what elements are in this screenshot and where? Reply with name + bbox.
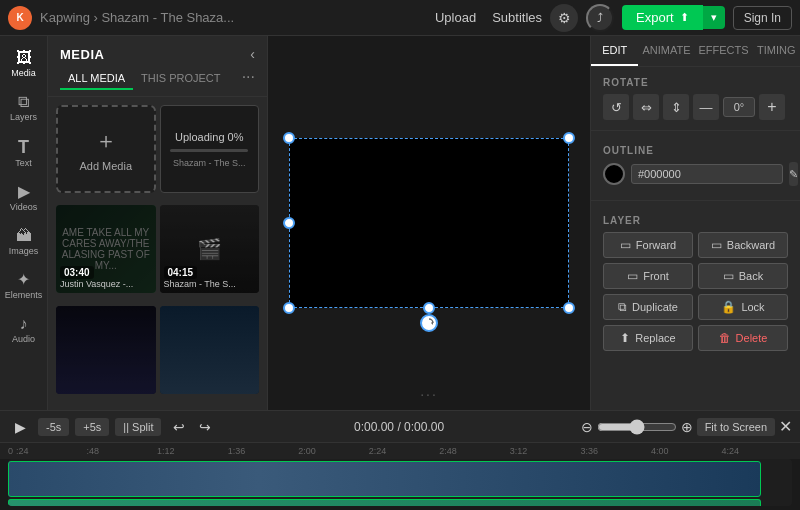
sidebar-item-media[interactable]: 🖼 Media: [2, 44, 46, 84]
subtitles-nav[interactable]: Subtitles: [492, 10, 542, 25]
undo-redo-group: ↩ ↪: [167, 415, 217, 439]
timeline-ruler: 0 :24 :48 1:12 1:36 2:00 2:24 2:48 3:12 …: [0, 443, 800, 459]
sidebar-item-videos[interactable]: ▶ Videos: [2, 178, 46, 218]
front-icon: ▭: [627, 269, 638, 283]
text-icon: T: [18, 138, 29, 156]
sidebar-item-elements[interactable]: ✦ Elements: [2, 266, 46, 306]
zoom-slider[interactable]: [597, 419, 677, 435]
play-button[interactable]: ▶: [8, 415, 32, 439]
handle-mid-left[interactable]: [283, 217, 295, 229]
rotate-plus-button[interactable]: +: [759, 94, 785, 120]
canvas-area: ···: [268, 36, 590, 410]
zoom-in-button[interactable]: ⊕: [681, 419, 693, 435]
split-button[interactable]: || Split: [115, 418, 161, 436]
media-thumb-2[interactable]: 🎬 04:15 Shazam - The S...: [160, 205, 260, 293]
time-display: 0:00.00 / 0:00.00: [223, 420, 574, 434]
sidebar-item-text[interactable]: T Text: [2, 132, 46, 174]
sidebar-item-label: Images: [9, 246, 39, 256]
media-panel-title: MEDIA: [60, 47, 104, 62]
rotate-minus-button[interactable]: —: [693, 94, 719, 120]
handle-top-left[interactable]: [283, 132, 295, 144]
ruler-mark-2: 1:12: [157, 446, 228, 456]
share-icon[interactable]: ⤴: [586, 4, 614, 32]
outline-controls: ✎ − +: [603, 162, 788, 186]
tab-this-project[interactable]: THIS PROJECT: [133, 68, 228, 90]
redo-button[interactable]: ↪: [193, 415, 217, 439]
media-icon: 🖼: [16, 50, 32, 66]
elements-icon: ✦: [17, 272, 30, 288]
sidebar-item-label: Audio: [12, 334, 35, 344]
tab-edit[interactable]: EDIT: [591, 36, 638, 66]
lock-button[interactable]: 🔒 Lock: [698, 294, 788, 320]
canvas-dots: ···: [420, 386, 438, 402]
forward-button[interactable]: ▭ Forward: [603, 232, 693, 258]
thumb-duration-1: 03:40: [60, 266, 94, 279]
topbar-nav: Upload Subtitles: [435, 10, 542, 25]
split-icon: ||: [123, 421, 129, 433]
backward-button[interactable]: ▭ Backward: [698, 232, 788, 258]
export-button[interactable]: Export ⬆: [622, 5, 703, 30]
tab-effects[interactable]: EFFECTS: [694, 36, 752, 66]
handle-bottom-left[interactable]: [283, 302, 295, 314]
time-current: 0:00.00: [354, 420, 394, 434]
media-panel-header: MEDIA ‹: [48, 36, 267, 68]
rotate-ccw-button[interactable]: ↺: [603, 94, 629, 120]
rotate-label: ROTATE: [603, 77, 788, 88]
media-thumb-1[interactable]: AME TAKE ALL MY CARES AWAY/THE ALASING P…: [56, 205, 156, 293]
duplicate-button[interactable]: ⧉ Duplicate: [603, 294, 693, 320]
replace-button[interactable]: ⬆ Replace: [603, 325, 693, 351]
media-thumb-4[interactable]: [160, 306, 260, 394]
divider-2: [591, 200, 800, 201]
thumb-name-2: Shazam - The S...: [164, 279, 256, 289]
rotate-handle[interactable]: [420, 314, 438, 332]
uploading-text: Uploading 0%: [175, 131, 244, 143]
undo-button[interactable]: ↩: [167, 415, 191, 439]
export-dropdown-button[interactable]: ▾: [703, 6, 725, 29]
thumb-name-1: Justin Vasquez -...: [60, 279, 152, 289]
rotate-value-input[interactable]: [723, 97, 755, 117]
collapse-panel-button[interactable]: ‹: [250, 46, 255, 62]
skip-fwd-button[interactable]: +5s: [75, 418, 109, 436]
outline-color-swatch[interactable]: [603, 163, 625, 185]
sidebar-item-images[interactable]: 🏔 Images: [2, 222, 46, 262]
video-track[interactable]: [8, 461, 761, 497]
canvas-content[interactable]: [289, 138, 569, 308]
rotate-section: ROTATE ↺ ⇔ ⇕ — +: [591, 67, 800, 126]
flip-h-button[interactable]: ⇔: [633, 94, 659, 120]
timeline-track[interactable]: [8, 459, 792, 506]
skip-back-button[interactable]: -5s: [38, 418, 69, 436]
handle-bottom-mid[interactable]: [423, 302, 435, 314]
tab-timing[interactable]: TIMING: [753, 36, 800, 66]
zoom-out-button[interactable]: ⊖: [581, 419, 593, 435]
add-media-button[interactable]: ＋ Add Media: [56, 105, 156, 193]
signin-button[interactable]: Sign In: [733, 6, 792, 30]
handle-bottom-right[interactable]: [563, 302, 575, 314]
close-timeline-button[interactable]: ✕: [779, 417, 792, 436]
flip-v-button[interactable]: ⇕: [663, 94, 689, 120]
fit-to-screen-button[interactable]: Fit to Screen: [697, 418, 775, 436]
sidebar-item-audio[interactable]: ♪ Audio: [2, 310, 46, 350]
front-button[interactable]: ▭ Front: [603, 263, 693, 289]
outline-edit-button[interactable]: ✎: [789, 162, 798, 186]
delete-button[interactable]: 🗑 Delete: [698, 325, 788, 351]
ruler-mark-10: 4:24: [721, 446, 792, 456]
upload-nav[interactable]: Upload: [435, 10, 476, 25]
project-title: Kapwing › Shazam - The Shaza...: [40, 10, 427, 25]
audio-track[interactable]: [8, 499, 761, 506]
zoom-controls: ⊖ ⊕ Fit to Screen ✕: [581, 417, 792, 436]
sidebar-item-layers[interactable]: ⧉ Layers: [2, 88, 46, 128]
tab-all-media[interactable]: ALL MEDIA: [60, 68, 133, 90]
media-more-options[interactable]: ···: [242, 68, 255, 90]
back-button[interactable]: ▭ Back: [698, 263, 788, 289]
videos-icon: ▶: [18, 184, 30, 200]
settings-icon[interactable]: ⚙: [550, 4, 578, 32]
outline-hex-input[interactable]: [631, 164, 783, 184]
audio-waveform: [8, 499, 761, 506]
ruler-mark-8: 3:36: [580, 446, 651, 456]
ruler-mark-1: :48: [87, 446, 158, 456]
tab-animate[interactable]: ANIMATE: [638, 36, 694, 66]
backward-icon: ▭: [711, 238, 722, 252]
handle-top-right[interactable]: [563, 132, 575, 144]
media-thumb-3[interactable]: [56, 306, 156, 394]
thumb-duration-2: 04:15: [164, 266, 198, 279]
